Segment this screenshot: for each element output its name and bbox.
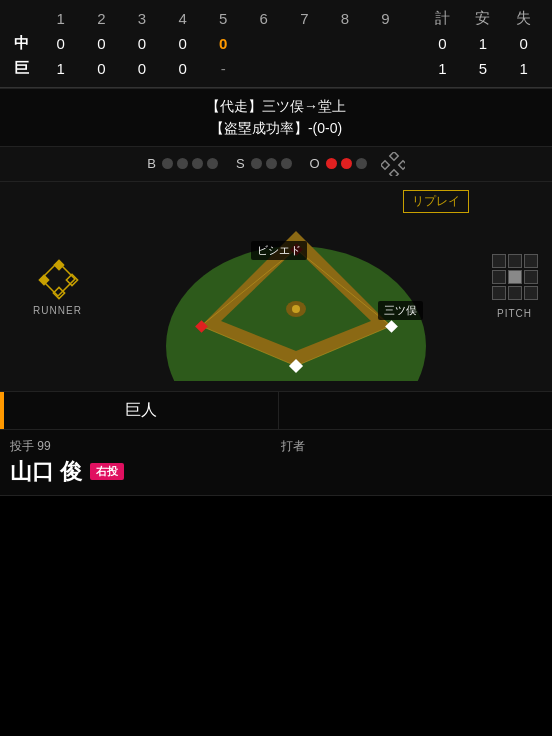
pitch-cell-2-0	[492, 286, 506, 300]
chu-err: 0	[503, 31, 544, 56]
pitch-cell-0-1	[508, 254, 522, 268]
bases-icon	[381, 152, 405, 176]
pitcher-hand-badge: 右投	[90, 463, 124, 480]
b-dot-4	[207, 158, 218, 169]
giants-8	[325, 56, 366, 81]
giants-5: -	[203, 56, 244, 81]
batting-team-name: 巨人	[4, 392, 279, 429]
chu-9	[365, 31, 406, 56]
inning-1: 1	[40, 6, 81, 31]
baseball-field-svg	[151, 191, 441, 381]
b-dot-3	[192, 158, 203, 169]
pitch-cell-0-2	[524, 254, 538, 268]
right-panel: PITCH	[477, 182, 552, 391]
team-name-chu: 中	[8, 31, 40, 56]
pitcher-name: 山口 俊 右投	[10, 457, 271, 487]
err-header: 失	[503, 6, 544, 31]
info-section: 巨人 投手 99 山口 俊 右投 打者	[0, 392, 552, 496]
announce-line1: 【代走】三ツ俣→堂上	[0, 95, 552, 117]
announce-bar: 【代走】三ツ俣→堂上 【盗塁成功率】-(0-0)	[0, 88, 552, 147]
s-dot-1	[251, 158, 262, 169]
b-dot-2	[177, 158, 188, 169]
giants-hits: 5	[463, 56, 504, 81]
diamond-container: ビシエド 三ツ俣	[151, 191, 441, 381]
chu-2: 0	[81, 31, 122, 56]
inning-9: 9	[365, 6, 406, 31]
o-dot-3	[356, 158, 367, 169]
o-label: O	[310, 156, 320, 171]
o-dot-2	[341, 158, 352, 169]
s-dot-2	[266, 158, 277, 169]
pitch-cell-1-2	[524, 270, 538, 284]
batter-sub: 打者	[281, 438, 542, 455]
giants-6	[243, 56, 284, 81]
team-header	[8, 6, 40, 31]
replay-button[interactable]: リプレイ	[403, 190, 469, 213]
chu-8	[325, 31, 366, 56]
chu-hits: 1	[463, 31, 504, 56]
pitch-cell-0-0	[492, 254, 506, 268]
pitch-cell-1-1	[508, 270, 522, 284]
svg-rect-3	[389, 170, 397, 176]
pitch-grid	[492, 254, 538, 300]
chu-6	[243, 31, 284, 56]
inning-2: 2	[81, 6, 122, 31]
runner-diamond-icon	[36, 257, 80, 301]
pitch-label: PITCH	[497, 308, 532, 319]
chu-total: 0	[422, 31, 463, 56]
svg-rect-0	[389, 152, 397, 160]
giants-9	[365, 56, 406, 81]
chu-1: 0	[40, 31, 81, 56]
chu-7	[284, 31, 325, 56]
chu-4: 0	[162, 31, 203, 56]
field-canvas: リプレイ	[115, 182, 477, 391]
pitch-cell-2-2	[524, 286, 538, 300]
batter-cell-header	[279, 392, 553, 429]
left-panel: RUNNER	[0, 182, 115, 391]
runner-label: RUNNER	[33, 305, 82, 316]
s-label: S	[236, 156, 245, 171]
pitcher-sub: 投手 99	[10, 438, 271, 455]
svg-point-22	[292, 305, 300, 313]
runner-icon: RUNNER	[33, 257, 82, 316]
giants-2: 0	[81, 56, 122, 81]
inning-3: 3	[122, 6, 163, 31]
announce-line2: 【盗塁成功率】-(0-0)	[0, 117, 552, 139]
o-dot-1	[326, 158, 337, 169]
inning-6: 6	[243, 6, 284, 31]
sep-chu	[406, 31, 422, 56]
hit-header: 安	[463, 6, 504, 31]
giants-7	[284, 56, 325, 81]
team-row: 巨人	[0, 392, 552, 430]
inning-7: 7	[284, 6, 325, 31]
svg-rect-6	[53, 259, 64, 270]
giants-3: 0	[122, 56, 163, 81]
b-dot-1	[162, 158, 173, 169]
svg-rect-5	[38, 274, 49, 285]
field-section: RUNNER リプレイ	[0, 182, 552, 392]
scoreboard: 1 2 3 4 5 6 7 8 9 計 安 失 中 0 0 0 0	[0, 0, 552, 88]
team-row-giants: 巨 1 0 0 0 - 1 5 1	[8, 56, 544, 81]
inning-5: 5	[203, 6, 244, 31]
inning-8: 8	[325, 6, 366, 31]
pitcher-info: 投手 99 山口 俊 右投	[10, 438, 271, 487]
svg-rect-2	[398, 161, 404, 169]
score-table: 1 2 3 4 5 6 7 8 9 計 安 失 中 0 0 0 0	[8, 6, 544, 81]
pitcher-name-text: 山口 俊	[10, 457, 82, 487]
team-row-chu: 中 0 0 0 0 0 0 1 0	[8, 31, 544, 56]
giants-4: 0	[162, 56, 203, 81]
b-label: B	[147, 156, 156, 171]
sep-giants	[406, 56, 422, 81]
giants-total: 1	[422, 56, 463, 81]
team-name-giants: 巨	[8, 56, 40, 81]
giants-1: 1	[40, 56, 81, 81]
batter-info: 打者	[271, 438, 542, 487]
chu-3: 0	[122, 31, 163, 56]
svg-rect-1	[381, 161, 389, 169]
pitch-cell-1-0	[492, 270, 506, 284]
pitcher-row: 投手 99 山口 俊 右投 打者	[0, 430, 552, 495]
giants-err: 1	[503, 56, 544, 81]
inning-4: 4	[162, 6, 203, 31]
s-dot-3	[281, 158, 292, 169]
bso-row: B S O	[0, 147, 552, 182]
